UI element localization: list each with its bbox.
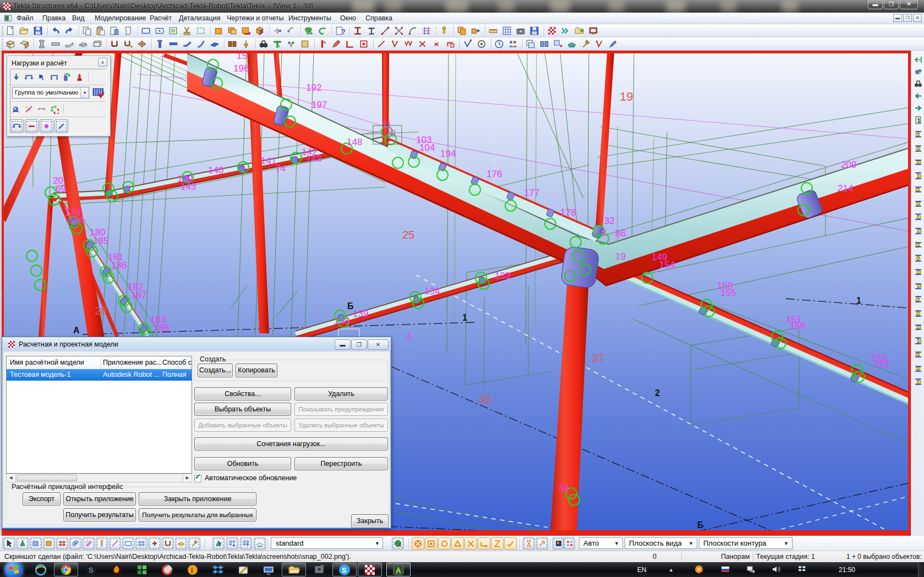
svg-text:8: 8 (601, 228, 606, 238)
svg-text:194: 194 (440, 149, 456, 159)
svg-text:214: 214 (838, 183, 853, 194)
svg-text:184: 184 (68, 215, 84, 226)
svg-text:157: 157 (874, 359, 890, 370)
svg-text:1: 1 (856, 296, 861, 305)
svg-text:133: 133 (495, 271, 510, 281)
svg-text:19: 19 (620, 90, 633, 103)
svg-text:15: 15 (237, 53, 247, 61)
svg-text:155: 155 (720, 288, 736, 298)
svg-text:141: 141 (261, 156, 276, 166)
svg-text:1: 1 (917, 117, 920, 124)
svg-text:192: 192 (306, 83, 321, 93)
svg-text:178: 178 (560, 207, 576, 218)
svg-text:69: 69 (56, 184, 66, 194)
svg-text:1: 1 (462, 313, 467, 322)
svg-text:2: 2 (655, 388, 660, 398)
svg-text:138: 138 (334, 316, 349, 326)
svg-text:86: 86 (615, 228, 626, 239)
svg-text:4: 4 (406, 331, 411, 342)
svg-text:S: S (89, 566, 94, 574)
svg-text:А: А (73, 326, 80, 335)
svg-text:Б: Б (347, 301, 354, 311)
svg-text:177: 177 (524, 188, 539, 198)
svg-text:187: 187 (131, 290, 146, 300)
svg-text:143: 143 (181, 182, 196, 192)
svg-text:197: 197 (311, 100, 327, 110)
svg-text:S: S (342, 566, 347, 574)
svg-text:140: 140 (208, 165, 223, 175)
svg-text:186: 186 (111, 260, 127, 271)
svg-text:143: 143 (306, 153, 321, 164)
svg-text:?: ? (341, 28, 345, 36)
svg-text:28: 28 (95, 305, 107, 317)
svg-text:156: 156 (790, 321, 805, 331)
svg-text:32: 32 (604, 216, 615, 226)
svg-text:Б: Б (697, 520, 704, 530)
svg-text:74: 74 (275, 163, 286, 174)
svg-text:25: 25 (402, 229, 414, 241)
svg-text:176: 176 (486, 169, 502, 179)
svg-text:33: 33 (479, 393, 491, 405)
svg-text:185: 185 (93, 235, 108, 246)
svg-text:148: 148 (347, 137, 362, 147)
svg-text:188: 188 (154, 323, 169, 333)
svg-text:104: 104 (419, 142, 435, 153)
svg-text:70: 70 (385, 128, 396, 139)
svg-text:139: 139 (353, 309, 368, 319)
svg-text:134: 134 (424, 286, 440, 296)
svg-text:154: 154 (659, 260, 675, 270)
svg-text:209: 209 (841, 160, 856, 170)
svg-text:19: 19 (615, 251, 626, 262)
svg-text:27: 27 (592, 352, 604, 364)
svg-text:34: 34 (559, 483, 569, 493)
svg-text:196: 196 (233, 63, 249, 74)
